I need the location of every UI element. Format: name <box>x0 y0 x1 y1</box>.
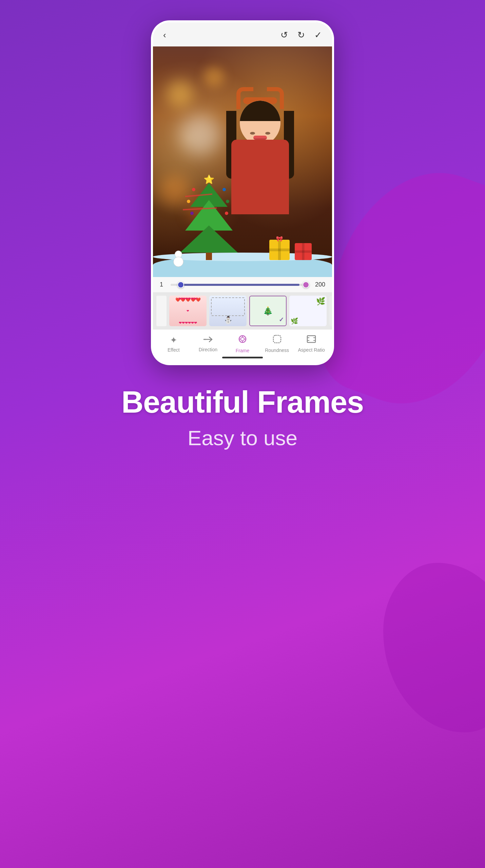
tree-decoration-6 <box>225 212 228 215</box>
frame-label: Frame <box>236 348 249 353</box>
frame-icon <box>238 334 247 346</box>
girl-photo: ⭐ <box>153 46 332 277</box>
home-bar <box>222 357 263 358</box>
gift-yellow: 🎀 <box>269 240 290 260</box>
direction-label: Direction <box>199 347 217 352</box>
frame-thumb-plain[interactable] <box>329 296 332 326</box>
background-blob-bottom <box>383 563 485 732</box>
phone-mockup: ‹ ↺ ↻ ✓ <box>151 20 334 365</box>
topbar-right: ↺ ↻ ✓ <box>280 30 322 40</box>
gift-area: 🎀 <box>269 240 312 260</box>
toolbar-item-direction[interactable]: Direction <box>193 336 223 352</box>
toolbar-item-roundness[interactable]: Roundness <box>262 335 292 353</box>
tree-decoration-3 <box>187 200 190 203</box>
roundness-label: Roundness <box>265 348 289 353</box>
christmas-tree: ⭐ <box>180 174 238 260</box>
frames-row: ❤❤❤❤❤❤ ❤❤❤❤❤❤ ❤ ⛄ 🎄 ✓ 🌿 🌿 <box>153 292 332 330</box>
slider-thumb-left[interactable] <box>177 281 184 288</box>
toolbar-item-frame[interactable]: Frame <box>227 334 258 353</box>
snowman <box>173 251 183 267</box>
girl-head <box>240 101 280 145</box>
topbar-left: ‹ <box>163 30 166 40</box>
bottom-toolbar: ✦ Effect Direction <box>153 330 332 357</box>
phone-body: ‹ ↺ ↻ ✓ <box>151 20 334 365</box>
tree-decoration-4 <box>226 200 229 203</box>
slider-min-label: 1 <box>160 281 167 288</box>
main-title: Beautiful Frames <box>121 386 364 419</box>
slider-fill <box>177 284 299 286</box>
corner-top-right: 🌿 <box>316 297 325 306</box>
phone-topbar: ‹ ↺ ↻ ✓ <box>153 22 332 46</box>
svg-rect-9 <box>307 336 315 342</box>
frame-check-icon: ✓ <box>279 316 284 323</box>
undo-icon[interactable]: ↺ <box>280 30 288 40</box>
tree-decoration-2 <box>222 188 226 191</box>
toolbar-item-aspect-ratio[interactable]: Aspect Ratio <box>296 335 327 353</box>
redo-icon[interactable]: ↻ <box>297 30 305 40</box>
sub-title: Easy to use <box>121 426 364 450</box>
home-indicator <box>153 357 332 363</box>
check-icon[interactable]: ✓ <box>314 30 322 40</box>
frame-thumb-corner[interactable]: 🌿 🌿 <box>289 296 327 326</box>
slider-max-label: 200 <box>313 281 325 288</box>
gift-red <box>295 243 312 260</box>
roundness-icon <box>273 335 282 346</box>
tree-star: ⭐ <box>180 174 238 185</box>
tree-decoration-5 <box>190 212 194 215</box>
frame-thumb-snowman[interactable]: ⛄ <box>209 296 247 326</box>
christmas-overlay: ⭐ <box>153 209 332 277</box>
slider-area: 1 200 <box>153 277 332 292</box>
effect-label: Effect <box>168 347 180 353</box>
aspect-ratio-icon <box>307 335 316 346</box>
corner-bottom-left: 🌿 <box>291 317 298 325</box>
frame-thumb-xmas[interactable]: 🎄 ✓ <box>249 296 287 326</box>
photo-area: ⭐ <box>153 46 332 277</box>
girl-torso <box>231 140 289 214</box>
slider-thumb-right[interactable] <box>303 281 309 288</box>
toolbar-item-effect[interactable]: ✦ Effect <box>158 335 189 353</box>
bottom-text-section: Beautiful Frames Easy to use <box>121 386 364 450</box>
effect-icon: ✦ <box>170 335 177 346</box>
bokeh-light-3 <box>204 67 224 87</box>
svg-rect-8 <box>273 335 281 343</box>
svg-point-3 <box>241 337 244 341</box>
aspect-ratio-label: Aspect Ratio <box>298 347 325 353</box>
slider-track[interactable] <box>171 284 309 286</box>
bokeh-light-2 <box>180 114 221 155</box>
bokeh-light-1 <box>167 80 194 107</box>
frames-scroll-indicator <box>156 296 167 326</box>
back-icon[interactable]: ‹ <box>163 30 166 40</box>
direction-icon <box>203 336 213 345</box>
frame-thumb-hearts[interactable]: ❤❤❤❤❤❤ ❤❤❤❤❤❤ ❤ <box>169 296 207 326</box>
tree-decoration-1 <box>192 188 195 191</box>
